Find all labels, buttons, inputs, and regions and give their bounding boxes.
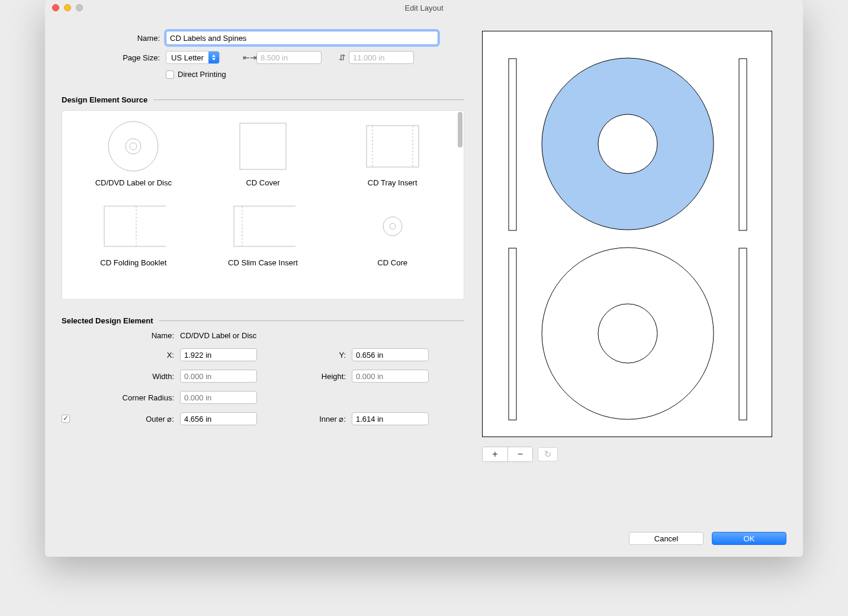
page-size-label: Page Size: — [62, 53, 166, 62]
direct-printing-checkbox[interactable] — [166, 70, 174, 79]
divider — [159, 320, 464, 321]
source-item-label: CD Folding Booklet — [100, 258, 166, 267]
diameter-checkbox[interactable] — [62, 415, 70, 423]
cover-icon — [230, 117, 295, 176]
svg-rect-17 — [509, 59, 516, 230]
direct-printing-label: Direct Printing — [178, 70, 226, 79]
source-item-disc[interactable]: CD/DVD Label or Disc — [72, 117, 195, 187]
svg-point-16 — [598, 304, 657, 363]
svg-rect-3 — [240, 123, 286, 169]
x-input[interactable] — [180, 348, 257, 361]
close-window-icon[interactable] — [52, 4, 59, 11]
add-button[interactable]: + — [483, 447, 507, 461]
y-label: Y: — [275, 351, 352, 360]
core-icon — [360, 197, 425, 256]
slimcase-icon — [230, 197, 295, 256]
inner-diameter-input[interactable] — [352, 412, 429, 425]
layout-preview[interactable] — [482, 31, 772, 437]
height-icon: ⇵ — [336, 53, 349, 62]
divider — [153, 100, 464, 100]
selected-name-label: Name: — [62, 331, 180, 340]
svg-point-12 — [390, 223, 396, 229]
svg-point-14 — [598, 114, 657, 174]
source-item-label: CD Core — [377, 258, 407, 267]
width-input — [180, 370, 257, 383]
page-size-select[interactable]: US Letter — [166, 51, 220, 64]
selected-name-value: CD/DVD Label or Disc — [180, 331, 256, 340]
corner-label: Corner Radius: — [62, 393, 180, 402]
design-element-source-list[interactable]: CD/DVD Label or Disc CD Cover CD Tray In… — [62, 110, 464, 300]
outer-diameter-label: Outer ⌀: — [73, 415, 180, 424]
minimize-window-icon[interactable] — [64, 4, 71, 11]
window-title: Edit Layout — [404, 4, 443, 12]
source-item-core[interactable]: CD Core — [330, 197, 454, 267]
source-item-label: CD Cover — [246, 178, 280, 187]
disc-icon — [101, 117, 166, 176]
redo-button: ↻ — [538, 447, 558, 461]
source-item-booklet[interactable]: CD Folding Booklet — [72, 197, 195, 267]
source-item-label: CD Slim Case Insert — [228, 258, 298, 267]
zoom-window-icon — [76, 4, 83, 11]
tray-icon — [360, 117, 425, 176]
width-label: Width: — [62, 372, 180, 381]
corner-input — [180, 391, 257, 404]
name-input[interactable] — [166, 31, 438, 45]
outer-diameter-input[interactable] — [180, 412, 257, 425]
source-item-label: CD Tray Insert — [368, 178, 417, 187]
height-label: Height: — [275, 372, 352, 381]
svg-rect-19 — [509, 248, 516, 420]
cancel-button[interactable]: Cancel — [629, 532, 704, 545]
page-size-value: US Letter — [166, 53, 208, 62]
x-label: X: — [62, 351, 180, 360]
y-input[interactable] — [352, 348, 429, 361]
ok-button[interactable]: OK — [712, 532, 786, 545]
svg-rect-7 — [104, 206, 166, 246]
page-width-field — [256, 51, 322, 64]
page-height-field — [349, 51, 414, 64]
remove-button[interactable]: − — [507, 447, 532, 461]
source-item-label: CD/DVD Label or Disc — [95, 178, 172, 187]
source-item-slim[interactable]: CD Slim Case Insert — [201, 197, 325, 267]
width-icon: ⇤⇥ — [243, 53, 256, 62]
source-item-tray[interactable]: CD Tray Insert — [330, 117, 454, 187]
booklet-icon — [101, 197, 166, 256]
height-input — [352, 370, 429, 383]
selected-heading: Selected Design Element — [62, 316, 153, 325]
svg-point-2 — [130, 143, 137, 150]
chevron-updown-icon — [208, 52, 219, 63]
source-heading: Design Element Source — [62, 95, 147, 104]
svg-rect-18 — [739, 59, 747, 230]
source-item-cover[interactable]: CD Cover — [201, 117, 325, 187]
svg-rect-4 — [367, 126, 419, 167]
scrollbar-thumb[interactable] — [458, 112, 462, 147]
svg-rect-9 — [234, 206, 295, 246]
inner-diameter-label: Inner ⌀: — [275, 415, 352, 424]
name-label: Name: — [62, 34, 166, 43]
svg-rect-20 — [739, 248, 747, 420]
